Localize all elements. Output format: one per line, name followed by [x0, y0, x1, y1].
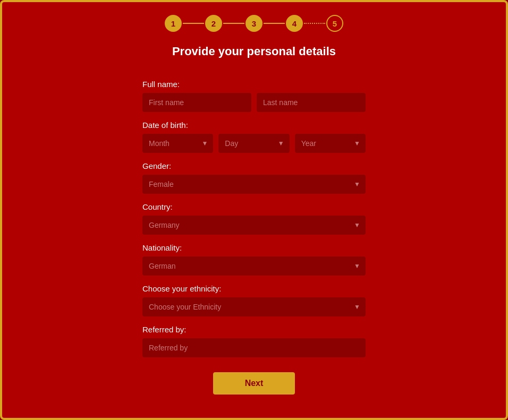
gender-select[interactable]: Female Male Non-binary Prefer not to say — [142, 175, 366, 194]
nationality-select-wrapper: German French American British ▼ — [142, 256, 366, 276]
year-select-wrapper: Year 200019991998 ▼ — [295, 134, 366, 153]
gender-select-wrapper: Female Male Non-binary Prefer not to say… — [142, 175, 366, 194]
country-select-wrapper: Germany France United States United King… — [142, 216, 366, 235]
referred-input[interactable] — [142, 338, 366, 357]
ethnicity-select[interactable]: Choose your Ethnicity White Black or Afr… — [142, 297, 366, 316]
day-select-wrapper: Day 1234 5678 910 ▼ — [218, 134, 289, 153]
referred-label: Referred by: — [142, 325, 366, 334]
month-select-wrapper: Month JanuaryFebruaryMarch AprilMayJune … — [142, 134, 213, 153]
dob-label: Date of birth: — [142, 121, 366, 130]
day-select[interactable]: Day 1234 5678 910 — [218, 134, 289, 153]
page-container: 1 2 3 4 5 Provide your personal details … — [0, 0, 508, 420]
ethnicity-select-wrapper: Choose your Ethnicity White Black or Afr… — [142, 297, 366, 316]
country-label: Country: — [142, 202, 366, 211]
step-1: 1 — [165, 15, 182, 32]
personal-details-form: Full name: Date of birth: Month JanuaryF… — [142, 71, 366, 395]
step-line-2-3 — [223, 23, 244, 24]
step-5: 5 — [326, 15, 343, 32]
nationality-label: Nationality: — [142, 243, 366, 252]
country-select[interactable]: Germany France United States United King… — [142, 216, 366, 235]
page-title: Provide your personal details — [172, 45, 336, 58]
full-name-label: Full name: — [142, 80, 366, 89]
step-line-4-5 — [304, 23, 325, 24]
next-button[interactable]: Next — [213, 372, 295, 395]
step-line-1-2 — [183, 23, 204, 24]
step-2: 2 — [205, 15, 222, 32]
ethnicity-label: Choose your ethnicity: — [142, 284, 366, 293]
step-3: 3 — [245, 15, 263, 32]
step-indicator: 1 2 3 4 5 — [165, 15, 343, 32]
step-4: 4 — [286, 15, 303, 32]
dob-row: Month JanuaryFebruaryMarch AprilMayJune … — [142, 134, 366, 153]
gender-label: Gender: — [142, 161, 366, 170]
first-name-input[interactable] — [142, 93, 251, 112]
year-select[interactable]: Year 200019991998 — [295, 134, 366, 153]
step-line-3-4 — [264, 23, 285, 24]
name-row — [142, 93, 366, 112]
month-select[interactable]: Month JanuaryFebruaryMarch AprilMayJune … — [142, 134, 213, 153]
last-name-input[interactable] — [257, 93, 366, 112]
nationality-select[interactable]: German French American British — [142, 256, 366, 276]
